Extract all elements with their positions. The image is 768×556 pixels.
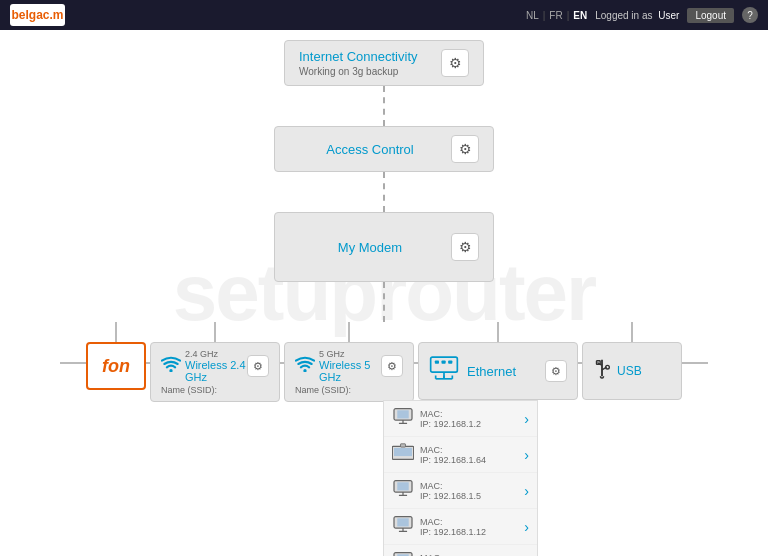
modem-node[interactable]: My Modem ⚙: [274, 212, 494, 282]
logout-button[interactable]: Logout: [687, 8, 734, 23]
svg-rect-8: [435, 361, 439, 364]
eth-device-1[interactable]: MAC: IP: 192.168.1.2 ›: [384, 401, 537, 437]
wireless-5-col: 5 GHz Wireless 5 GHz ⚙ Name (SSID):: [284, 322, 414, 402]
internet-title: Internet Connectivity: [299, 49, 418, 64]
ethernet-gear-icon[interactable]: ⚙: [545, 360, 567, 382]
wireless-5-name: Wireless 5 GHz: [319, 359, 381, 383]
ethernet-device[interactable]: Ethernet ⚙: [418, 342, 578, 400]
wireless-24-ssid: Name (SSID):: [161, 385, 269, 395]
main-content: Internet Connectivity Working on 3g back…: [0, 30, 768, 556]
eth-arrow-2: ›: [524, 447, 529, 463]
internet-gear-icon[interactable]: ⚙: [441, 49, 469, 77]
svg-point-15: [606, 365, 610, 369]
ethernet-label: Ethernet: [467, 364, 516, 379]
wifi-5-icon: [295, 356, 315, 376]
access-control-title: Access Control: [289, 142, 451, 157]
lang-en[interactable]: EN: [573, 10, 587, 21]
svg-rect-21: [394, 448, 412, 456]
modem-title: My Modem: [289, 240, 451, 255]
ghz-5-label: 5 GHz: [319, 349, 381, 359]
eth-arrow-4: ›: [524, 519, 529, 535]
eth-pc-icon-1: [392, 407, 414, 430]
eth-pc-icon-5: [392, 551, 414, 556]
modem-gear-icon[interactable]: ⚙: [451, 233, 479, 261]
svg-rect-9: [442, 361, 446, 364]
lang-fr[interactable]: FR: [549, 10, 562, 21]
logged-in-text: Logged in as User: [595, 10, 679, 21]
eth-pc-icon-2: [392, 443, 414, 466]
connector-3: [0, 282, 768, 322]
connector-line-2: [383, 172, 385, 212]
eth-device-1-mac: MAC:: [420, 409, 481, 419]
connector-1: [0, 86, 768, 126]
eth-pc-icon-4: [392, 515, 414, 538]
ghz-24-label: 2.4 GHz: [185, 349, 247, 359]
connector-line-1: [383, 86, 385, 126]
header: belgac.m NL | FR | EN Logged in as User …: [0, 0, 768, 30]
fon-device[interactable]: fon: [86, 342, 146, 390]
help-button[interactable]: ?: [742, 7, 758, 23]
eth-device-4-mac: MAC:: [420, 517, 486, 527]
wireless-5-gear-icon[interactable]: ⚙: [381, 355, 403, 377]
internet-info: Internet Connectivity Working on 3g back…: [299, 49, 418, 77]
usb-label: USB: [617, 364, 642, 378]
eth-arrow-1: ›: [524, 411, 529, 427]
svg-rect-17: [397, 410, 408, 418]
logo: belgac.m: [10, 4, 65, 26]
modem-row: My Modem ⚙: [0, 212, 768, 282]
wireless-24-device[interactable]: 2.4 GHz Wireless 2.4 GHz ⚙ Name (SSID):: [150, 342, 280, 402]
access-control-node[interactable]: Access Control ⚙: [274, 126, 494, 172]
logo-text: belgac.m: [11, 8, 63, 22]
usb-device[interactable]: USB: [582, 342, 682, 400]
ethernet-icon: [429, 355, 459, 387]
eth-device-2-mac: MAC:: [420, 445, 486, 455]
fon-label: fon: [102, 356, 130, 377]
eth-device-3-mac: MAC:: [420, 481, 481, 491]
eth-device-3-ip: IP: 192.168.1.5: [420, 491, 481, 501]
eth-device-5[interactable]: MAC: IP: 192.168.1.7 ›: [384, 545, 537, 556]
wireless-24-gear-icon[interactable]: ⚙: [247, 355, 269, 377]
usb-col: USB: [582, 322, 682, 400]
svg-rect-22: [401, 444, 406, 447]
svg-rect-24: [397, 482, 408, 490]
eth-device-2[interactable]: MAC: IP: 192.168.1.64 ›: [384, 437, 537, 473]
svg-point-0: [169, 369, 172, 372]
devices-row: fon: [0, 322, 768, 402]
eth-arrow-3: ›: [524, 483, 529, 499]
svg-rect-2: [431, 357, 458, 372]
internet-subtitle: Working on 3g backup: [299, 66, 418, 77]
fon-col: fon: [86, 322, 146, 390]
wireless-24-col: 2.4 GHz Wireless 2.4 GHz ⚙ Name (SSID):: [150, 322, 280, 402]
eth-device-2-ip: IP: 192.168.1.64: [420, 455, 486, 465]
internet-row: Internet Connectivity Working on 3g back…: [0, 30, 768, 86]
eth-device-4[interactable]: MAC: IP: 192.168.1.12 ›: [384, 509, 537, 545]
wireless-5-device[interactable]: 5 GHz Wireless 5 GHz ⚙ Name (SSID):: [284, 342, 414, 402]
eth-device-5-mac: MAC:: [420, 553, 481, 557]
internet-node[interactable]: Internet Connectivity Working on 3g back…: [284, 40, 484, 86]
lang-nl[interactable]: NL: [526, 10, 539, 21]
eth-device-1-ip: IP: 192.168.1.2: [420, 419, 481, 429]
language-switcher: NL | FR | EN: [526, 10, 587, 21]
ethernet-device-list: MAC: IP: 192.168.1.2 ›: [383, 400, 538, 556]
eth-pc-icon-3: [392, 479, 414, 502]
ethernet-col: Ethernet ⚙: [418, 322, 578, 400]
connector-2: [0, 172, 768, 212]
svg-rect-10: [448, 361, 452, 364]
access-control-gear-icon[interactable]: ⚙: [451, 135, 479, 163]
eth-device-3[interactable]: MAC: IP: 192.168.1.5 ›: [384, 473, 537, 509]
access-row: Access Control ⚙: [0, 126, 768, 172]
svg-rect-28: [397, 518, 408, 526]
usb-icon: [593, 358, 611, 385]
svg-point-1: [303, 369, 306, 372]
wireless-24-name: Wireless 2.4 GHz: [185, 359, 247, 383]
eth-device-4-ip: IP: 192.168.1.12: [420, 527, 486, 537]
wifi-24-icon: [161, 356, 181, 376]
wireless-5-ssid: Name (SSID):: [295, 385, 403, 395]
header-right: NL | FR | EN Logged in as User Logout ?: [526, 7, 758, 23]
connector-line-3: [383, 282, 385, 322]
devices-section: fon: [0, 322, 768, 402]
